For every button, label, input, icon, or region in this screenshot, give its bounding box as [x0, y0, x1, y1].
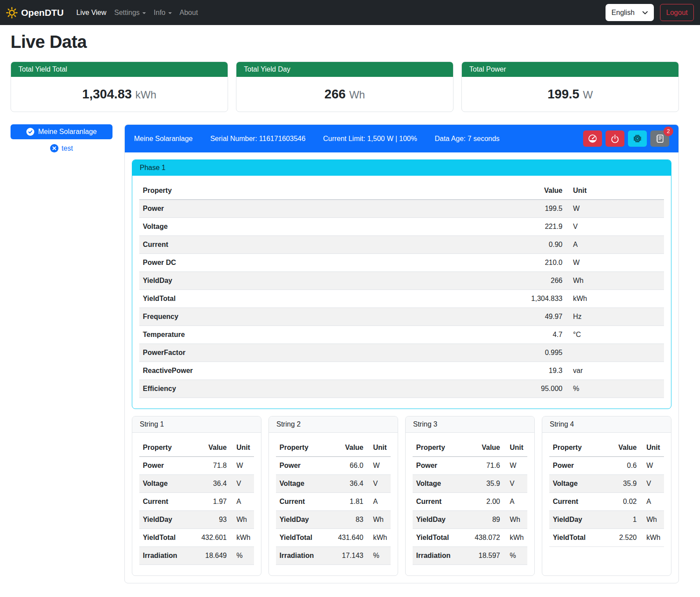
string-3-card: String 3 Property Value Unit [405, 416, 535, 576]
property-unit: Wh [367, 511, 391, 529]
inverter-selected-button[interactable]: Meine Solaranlage [11, 124, 112, 139]
data-age: Data Age: 7 seconds [435, 135, 500, 143]
panel-actions: 2 [583, 130, 669, 147]
column-header-unit: Unit [566, 182, 664, 200]
property-unit: V [504, 475, 527, 493]
property-value: 431.640 [328, 529, 367, 547]
phase-1-table: Property Value Unit Power [139, 182, 664, 398]
string-4-title: String 4 [542, 416, 671, 433]
inverter-item-test[interactable]: test [11, 144, 112, 152]
table-row: YieldDay 1 Wh [549, 511, 664, 529]
property-name: Temperature [139, 326, 509, 344]
column-header-unit: Unit [504, 439, 527, 457]
nav-item-live-view[interactable]: Live View [73, 5, 110, 20]
inverter-selected-label: Meine Solaranlage [38, 128, 97, 136]
property-value: 1 [602, 511, 640, 529]
property-unit: % [566, 380, 664, 398]
property-unit: V [230, 475, 254, 493]
property-name: Power [549, 457, 602, 475]
current-limit: Current Limit: 1,500 W | 100% [323, 135, 417, 143]
table-header-row: Property Value Unit [139, 182, 664, 200]
property-unit [566, 344, 664, 362]
property-name: Power [139, 457, 192, 475]
property-name: Voltage [413, 475, 465, 493]
table-row: Frequency 49.97 Hz [139, 308, 664, 326]
property-name: Power [276, 457, 328, 475]
property-value: 19.3 [509, 362, 566, 380]
property-name: Irradiation [413, 547, 465, 565]
string-1-card: String 1 Property Value Unit [132, 416, 261, 576]
language-select[interactable]: English [606, 4, 654, 21]
property-unit: V [640, 475, 664, 493]
power-toggle-button[interactable] [606, 130, 624, 147]
logout-button[interactable]: Logout [660, 4, 694, 21]
column-header-value: Value [602, 439, 640, 457]
table-row: Voltage 36.4 V [276, 475, 391, 493]
string-4-card: String 4 Property Value Unit [542, 416, 671, 576]
property-unit: kWh [367, 529, 391, 547]
table-row: Irradiation 18.649 % [139, 547, 254, 565]
table-row: Current 1.81 A [276, 493, 391, 511]
property-unit: W [566, 200, 664, 218]
nav-item-settings[interactable]: Settings [110, 5, 150, 20]
sun-icon [6, 7, 18, 18]
property-name: Power [413, 457, 465, 475]
property-name: Frequency [139, 308, 509, 326]
table-row: Voltage 36.4 V [139, 475, 254, 493]
property-name: Current [549, 493, 602, 511]
property-name: YieldDay [413, 511, 465, 529]
property-value: 18.649 [192, 547, 230, 565]
stat-value: 199.5 [548, 87, 580, 101]
property-unit: V [367, 475, 391, 493]
table-row: Power 71.8 W [139, 457, 254, 475]
table-row: Irradiation 18.597 % [413, 547, 527, 565]
property-value: 35.9 [465, 475, 504, 493]
x-circle-icon [50, 144, 58, 152]
string-1-title: String 1 [132, 416, 261, 433]
table-row: YieldTotal 431.640 kWh [276, 529, 391, 547]
table-row: Temperature 4.7 °C [139, 326, 664, 344]
property-name: ReactivePower [139, 362, 509, 380]
table-row: Power DC 210.0 W [139, 254, 664, 272]
string-4-table: Property Value Unit Power [549, 439, 664, 547]
table-header-row: Property Value Unit [276, 439, 391, 457]
property-value: 66.0 [328, 457, 367, 475]
event-log-button[interactable]: 2 [650, 130, 669, 147]
property-name: YieldTotal [139, 290, 509, 308]
property-unit: kWh [566, 290, 664, 308]
stat-card-title: Total Yield Day [236, 62, 453, 77]
property-unit: A [230, 493, 254, 511]
brand-label: OpenDTU [21, 7, 64, 18]
property-value: 36.4 [328, 475, 367, 493]
stat-card-body: 1,304.83kWh [11, 77, 228, 112]
property-value: 4.7 [509, 326, 566, 344]
property-value: 0.90 [509, 236, 566, 254]
table-row: Power 199.5 W [139, 200, 664, 218]
table-row: YieldDay 89 Wh [413, 511, 527, 529]
table-row: Efficiency 95.000 % [139, 380, 664, 398]
limit-settings-button[interactable] [583, 130, 602, 147]
brand[interactable]: OpenDTU [6, 7, 64, 18]
nav-item-about[interactable]: About [176, 5, 202, 20]
property-unit: kWh [504, 529, 527, 547]
nav-item-info[interactable]: Info [150, 5, 176, 20]
check-circle-icon [26, 128, 34, 136]
property-value: 95.000 [509, 380, 566, 398]
table-row: Power 0.6 W [549, 457, 664, 475]
property-unit: W [367, 457, 391, 475]
property-unit: % [230, 547, 254, 565]
table-header-row: Property Value Unit [549, 439, 664, 457]
property-unit: kWh [640, 529, 664, 547]
top-navbar: OpenDTU Live View Settings Info About En… [0, 0, 700, 25]
device-info-button[interactable] [628, 130, 647, 147]
property-unit: Wh [504, 511, 527, 529]
gauge-icon [588, 134, 597, 143]
events-count-badge: 2 [664, 127, 673, 136]
stat-unit: kWh [135, 89, 156, 101]
property-unit: W [640, 457, 664, 475]
property-unit: W [504, 457, 527, 475]
total-power-card: Total Power 199.5W [461, 62, 679, 112]
table-row: YieldDay 266 Wh [139, 272, 664, 290]
serial-number: Serial Number: 116171603546 [210, 135, 305, 143]
nav-item-info-label: Info [154, 9, 166, 17]
